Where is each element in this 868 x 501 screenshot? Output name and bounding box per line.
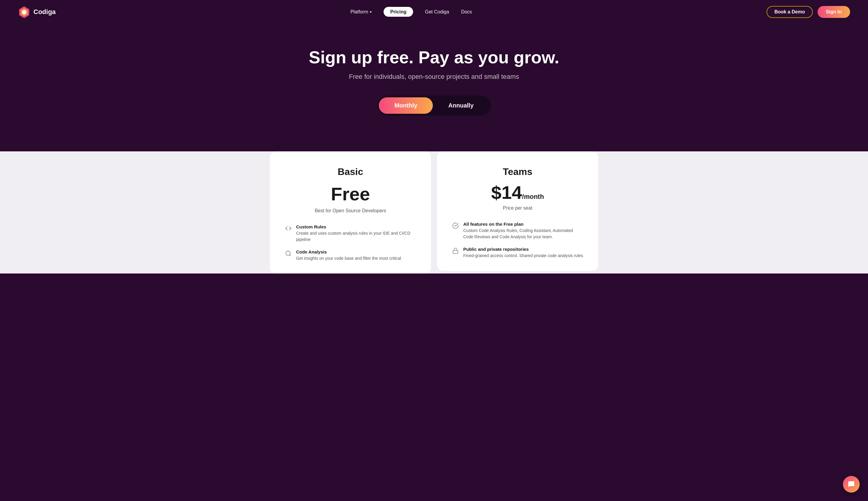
nav-platform-label: Platform [350, 9, 368, 15]
chat-bubble-button[interactable] [843, 476, 860, 493]
sign-in-button[interactable]: Sign In [817, 6, 850, 18]
nav-docs-label: Docs [461, 9, 472, 14]
navbar: Codiga Platform ▾ Pricing Get Codiga Doc… [0, 0, 868, 24]
logo-icon [18, 6, 31, 18]
teams-plan-card: Teams $14/month Price per seat All featu… [437, 151, 598, 271]
check-circle-icon [452, 222, 459, 229]
lock-icon [452, 247, 459, 254]
teams-plan-subtitle: Price per seat [452, 205, 583, 211]
feature-title: Public and private repositories [463, 247, 583, 252]
list-item: Public and private repositories Fined-gr… [452, 247, 583, 259]
nav-docs-link[interactable]: Docs [461, 9, 472, 14]
nav-pricing-label: Pricing [390, 9, 406, 14]
feature-title: Code Analysis [296, 249, 401, 254]
brand-name: Codiga [33, 8, 56, 16]
basic-plan-title: Basic [285, 166, 416, 177]
feature-description: Create and uses custom analysis rules in… [296, 230, 416, 243]
chat-icon [847, 480, 856, 489]
basic-plan-price: Free [285, 183, 416, 204]
book-demo-button[interactable]: Book a Demo [767, 6, 813, 18]
monthly-toggle-button[interactable]: Monthly [379, 97, 433, 114]
basic-feature-list: Custom Rules Create and uses custom anal… [285, 224, 416, 262]
hero-title: Sign up free. Pay as you grow. [6, 48, 862, 67]
pricing-section: Basic Free Best for Open Source Develope… [0, 151, 868, 274]
nav-pricing-link[interactable]: Pricing [383, 7, 413, 17]
feature-title: Custom Rules [296, 224, 416, 229]
search-icon [285, 250, 292, 257]
feature-text: Public and private repositories Fined-gr… [463, 247, 583, 259]
logo-link[interactable]: Codiga [18, 6, 56, 18]
teams-price-amount: $14 [491, 182, 522, 203]
list-item: All features on the Free plan Custom Cod… [452, 222, 583, 240]
nav-get-codiga-link[interactable]: Get Codiga [425, 9, 449, 14]
feature-title: All features on the Free plan [463, 222, 583, 227]
basic-price-amount: Free [331, 184, 370, 204]
basic-plan-subtitle: Best for Open Source Developers [285, 208, 416, 213]
feature-description: Get insights on your code base and filte… [296, 255, 401, 262]
code-icon [285, 225, 292, 232]
hero-subtitle: Free for individuals, open-source projec… [6, 73, 862, 81]
feature-text: Code Analysis Get insights on your code … [296, 249, 401, 262]
teams-feature-list: All features on the Free plan Custom Cod… [452, 222, 583, 259]
list-item: Code Analysis Get insights on your code … [285, 249, 416, 262]
hero-section: Sign up free. Pay as you grow. Free for … [0, 24, 868, 151]
teams-plan-price: $14/month [452, 183, 583, 202]
feature-text: All features on the Free plan Custom Cod… [463, 222, 583, 240]
feature-text: Custom Rules Create and uses custom anal… [296, 224, 416, 243]
nav-get-codiga-label: Get Codiga [425, 9, 449, 14]
feature-description: Custom Code Analysis Rules, Coding Assis… [463, 227, 583, 240]
teams-plan-title: Teams [452, 166, 583, 177]
annually-toggle-button[interactable]: Annually [433, 97, 489, 114]
chevron-down-icon: ▾ [370, 10, 372, 14]
basic-plan-card: Basic Free Best for Open Source Develope… [270, 151, 431, 274]
billing-toggle: Monthly Annually [377, 96, 491, 116]
nav-links: Platform ▾ Pricing Get Codiga Docs [350, 9, 472, 15]
svg-rect-5 [453, 250, 458, 254]
feature-description: Fined-grained access control. Shared pri… [463, 253, 583, 259]
svg-line-4 [290, 255, 291, 256]
teams-price-suffix: /month [522, 193, 544, 200]
list-item: Custom Rules Create and uses custom anal… [285, 224, 416, 243]
nav-platform-link[interactable]: Platform ▾ [350, 9, 372, 15]
nav-right: Book a Demo Sign In [767, 6, 850, 18]
